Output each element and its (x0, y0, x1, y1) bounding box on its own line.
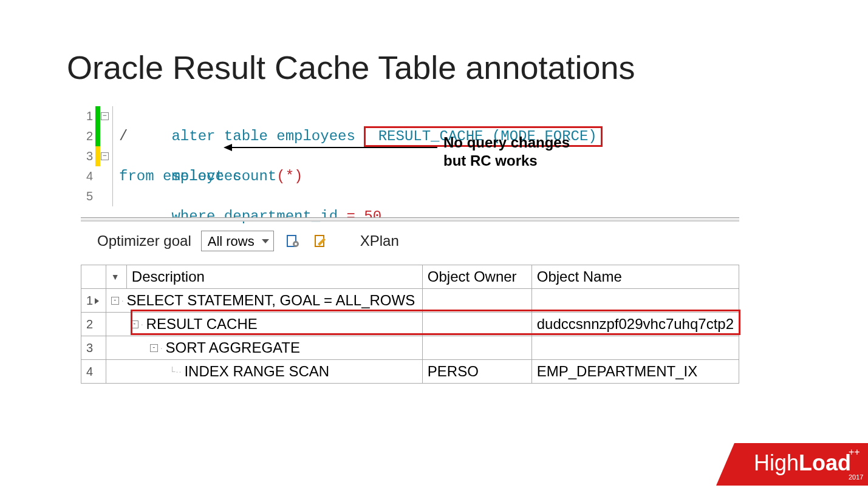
guide-line-icon (112, 146, 117, 166)
plan-step-text: INDEX RANGE SCAN (184, 363, 329, 380)
code-row: 1 − alter table employees RESULT_CACHE (… (81, 106, 603, 126)
table-row[interactable]: 1 - · SELECT STATEMENT, GOAL = ALL_ROWS (81, 289, 739, 313)
description-cell: - · RESULT CACHE (106, 313, 422, 336)
guide-line-icon (112, 186, 117, 206)
plan-step-text: RESULT CACHE (146, 316, 258, 333)
code-text: where department_id = 50 (117, 186, 381, 206)
owner-cell: PERSO (422, 360, 531, 384)
change-bar-icon (95, 106, 100, 126)
tree-expander-icon[interactable]: - (150, 344, 158, 352)
code-text: select count(*) (117, 146, 302, 166)
code-token: = (346, 208, 355, 225)
fold-gutter (100, 126, 109, 146)
xplan-label[interactable]: XPlan (360, 232, 399, 249)
name-cell: dudccsnnzpf029vhc7uhq7ctp2 (531, 313, 739, 336)
guide-line-icon (112, 106, 117, 126)
code-text: alter table employees RESULT_CACHE (MODE… (117, 106, 603, 126)
owner-cell (422, 336, 531, 360)
corner-cell (81, 265, 106, 289)
optimizer-goal-select-wrap[interactable]: All rows (201, 231, 274, 251)
tree-connector-icon: · (121, 296, 125, 305)
line-number: 2 (81, 126, 95, 146)
col-name[interactable]: Object Name (531, 265, 739, 289)
plan-toolbar: Optimizer goal All rows XPlan (97, 231, 399, 251)
fold-gutter (100, 166, 109, 186)
edit-icon[interactable] (312, 232, 330, 250)
slide-title: Oracle Result Cache Table annotations (67, 49, 635, 86)
svg-point-2 (295, 243, 297, 245)
plan-step-text: SORT AGGREGATE (166, 339, 300, 356)
fold-gutter[interactable]: − (100, 146, 109, 166)
name-cell: EMP_DEPARTMENT_IX (531, 360, 739, 384)
row-number: 4 (81, 360, 106, 384)
plan-step-text: SELECT STATEMENT, GOAL = ALL_ROWS (127, 292, 415, 309)
code-token: ) (294, 168, 302, 185)
fold-gutter (100, 186, 109, 206)
optimizer-goal-select[interactable]: All rows (201, 231, 274, 251)
line-number: 3 (81, 146, 95, 166)
fold-minus-icon[interactable]: − (101, 152, 109, 160)
col-owner[interactable]: Object Owner (422, 265, 531, 289)
row-number: 2 (81, 313, 106, 336)
horizontal-divider (81, 217, 739, 222)
tree-connector-icon: └·· (169, 367, 182, 376)
description-cell: └·· INDEX RANGE SCAN (106, 360, 422, 384)
tree-expander-icon[interactable]: - (131, 320, 138, 328)
table-row[interactable]: 2 - · RESULT CACHE dudccsnnzpf029vhc7uhq… (81, 313, 739, 336)
table-header-row: ▼ Description Object Owner Object Name (81, 265, 739, 289)
current-row-icon (95, 298, 99, 304)
code-token: alter table employees (171, 128, 364, 144)
line-number: 1 (81, 106, 95, 126)
code-token (355, 208, 364, 225)
optimizer-goal-label: Optimizer goal (97, 232, 191, 249)
change-bar-icon (95, 166, 100, 186)
tree-connector-icon: · (160, 343, 163, 353)
annotation-line: but RC works (443, 152, 570, 170)
owner-cell (422, 313, 531, 336)
name-cell (531, 289, 739, 313)
change-bar-icon (95, 126, 100, 146)
change-bar-icon (95, 146, 100, 166)
fold-minus-icon[interactable]: − (101, 112, 109, 120)
code-token: * (285, 168, 294, 185)
table-row[interactable]: 4 └·· INDEX RANGE SCAN PERSO EMP_DEPARTM… (81, 360, 739, 384)
fold-gutter[interactable]: − (100, 106, 109, 126)
table-row[interactable]: 3 - · SORT AGGREGATE (81, 336, 739, 360)
col-description[interactable]: Description (126, 265, 422, 289)
code-token: where department_id (171, 208, 346, 225)
tree-expander-icon[interactable]: - (111, 297, 119, 305)
name-cell (531, 336, 739, 360)
sort-arrow-icon[interactable]: ▼ (106, 265, 126, 289)
logo-year: 2017 (849, 473, 863, 481)
annotation-text: No query changes but RC works (443, 134, 570, 170)
logo-text-high: High (754, 450, 799, 475)
code-text: from employees (117, 166, 242, 186)
tree-connector-icon: · (141, 319, 144, 329)
settings-icon[interactable] (284, 232, 302, 250)
line-number: 5 (81, 186, 95, 206)
logo-text-load: Load (799, 450, 851, 475)
guide-line-icon (112, 126, 117, 146)
row-number: 1 (81, 289, 106, 313)
line-number: 4 (81, 166, 95, 186)
highload-logo: High Load ++ 2017 (698, 437, 868, 488)
owner-cell (422, 289, 531, 313)
guide-line-icon (112, 166, 117, 186)
description-cell: - · SELECT STATEMENT, GOAL = ALL_ROWS (106, 289, 422, 313)
code-text: / (117, 126, 128, 146)
code-token: ( (276, 168, 285, 185)
code-token: 50 (364, 208, 381, 225)
code-row: 5 where department_id = 50 (81, 186, 603, 206)
logo-plus-icon: ++ (849, 447, 860, 457)
arrow-icon (225, 147, 437, 148)
change-bar-icon (95, 186, 100, 206)
row-number: 3 (81, 336, 106, 360)
description-cell: - · SORT AGGREGATE (106, 336, 422, 360)
explain-plan-table: ▼ Description Object Owner Object Name 1… (81, 265, 739, 384)
annotation-line: No query changes (443, 134, 570, 152)
